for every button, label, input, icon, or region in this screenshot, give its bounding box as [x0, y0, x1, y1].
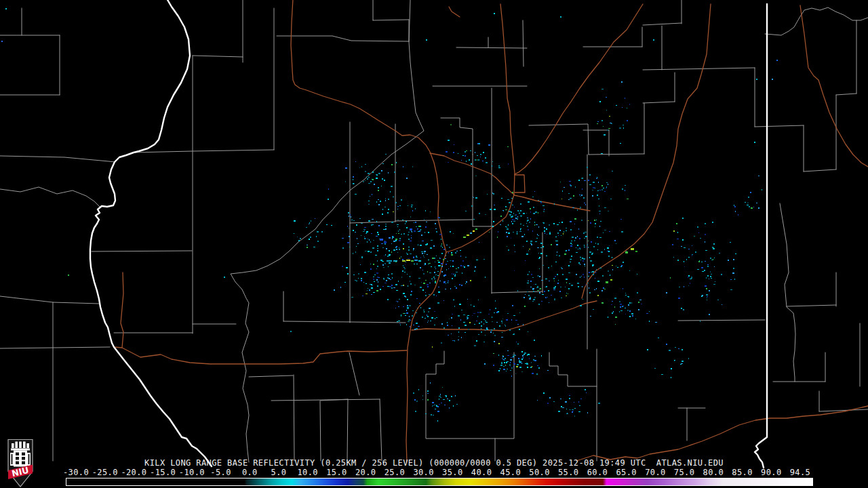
highway-line — [515, 175, 525, 192]
scale-label: 35.0 — [442, 468, 463, 477]
state-border-line — [90, 0, 212, 466]
county-boundary-line — [836, 94, 856, 95]
county-boundary-line — [231, 0, 424, 462]
highway-line — [800, 5, 868, 167]
scale-label: 45.0 — [500, 468, 521, 477]
county-boundary-line — [283, 321, 350, 322]
scale-label: 15.0 — [326, 468, 347, 477]
highway-line — [514, 195, 590, 211]
scale-label: 55.0 — [558, 468, 579, 477]
county-boundary-line — [787, 305, 836, 306]
scale-label: 70.0 — [645, 468, 666, 477]
scale-label: 5.0 — [271, 468, 287, 477]
radar-viewer-screenshot: KILX LONG RANGE BASE REFLECTIVITY (0.25K… — [0, 0, 868, 488]
highway-line — [121, 272, 123, 348]
county-boundary-line — [549, 352, 597, 386]
county-boundary-line — [765, 7, 868, 35]
scale-label: -15.0 — [150, 468, 176, 477]
county-boundary-line — [320, 401, 321, 461]
county-boundary-line — [441, 118, 473, 155]
highway-line — [582, 4, 711, 298]
highway-line — [500, 4, 515, 195]
county-boundary-line — [134, 150, 274, 152]
scale-label: -25.0 — [92, 468, 118, 477]
county-boundary-line — [350, 222, 395, 223]
scale-label: 10.0 — [298, 468, 319, 477]
county-boundary-line — [0, 296, 99, 304]
scale-label: 40.0 — [471, 468, 492, 477]
scale-label: -10.0 — [179, 468, 205, 477]
radar-map-canvas — [0, 0, 868, 488]
scale-label: -5.0 — [210, 468, 231, 477]
scale-label: 0.0 — [242, 468, 258, 477]
highway-line — [430, 153, 514, 195]
highway-line — [291, 0, 446, 462]
highway-line — [515, 4, 643, 174]
county-boundary-line — [589, 154, 644, 155]
scale-label: 60.0 — [587, 468, 608, 477]
scale-label: 20.0 — [355, 468, 376, 477]
reflectivity-colorbar — [66, 478, 813, 486]
county-boundary-line — [643, 68, 755, 70]
scale-label: 80.0 — [703, 468, 724, 477]
highway-line — [412, 301, 597, 331]
scale-label: 65.0 — [616, 468, 637, 477]
scale-label: 90.0 — [761, 468, 782, 477]
county-boundary-line — [92, 251, 192, 251]
county-boundary-line — [643, 23, 682, 25]
county-boundary-line — [0, 156, 115, 162]
scale-label: 50.0 — [529, 468, 550, 477]
county-boundary-line — [523, 20, 524, 66]
county-boundary-line — [426, 351, 514, 439]
county-boundary-line — [643, 102, 675, 103]
county-boundary-line — [678, 320, 765, 321]
scale-label: 94.5 — [790, 468, 811, 477]
highway-line — [446, 195, 514, 252]
county-boundary-line — [0, 187, 100, 207]
scale-label: 75.0 — [674, 468, 695, 477]
county-boundary-line — [294, 375, 294, 461]
county-boundary-line — [529, 124, 589, 155]
state-border-line — [755, 4, 767, 468]
county-boundary-line — [755, 125, 804, 127]
county-boundary-line — [456, 47, 527, 48]
county-boundary-line — [350, 322, 406, 323]
county-boundary-line — [349, 352, 359, 395]
niu-logo: NIU — [6, 439, 35, 488]
highway-line — [114, 347, 407, 364]
county-boundary-line — [804, 169, 836, 171]
highway-line — [449, 7, 460, 17]
county-boundary-line — [492, 291, 542, 293]
scale-label: -20.0 — [121, 468, 146, 477]
scale-label: 25.0 — [384, 468, 406, 477]
scale-label: -30.0 — [63, 468, 89, 477]
county-boundary-line — [277, 36, 409, 41]
highway-line — [576, 406, 868, 461]
niu-castle-icon — [10, 442, 31, 467]
product-title-text: KILX LONG RANGE BASE REFLECTIVITY (0.25K… — [0, 458, 868, 468]
county-boundary-line — [380, 399, 382, 461]
county-boundary-line — [249, 375, 293, 377]
scale-label: 30.0 — [413, 468, 434, 477]
county-boundary-line — [0, 347, 110, 348]
radar-echoes — [1, 8, 778, 422]
scale-label: 85.0 — [732, 468, 753, 477]
county-boundary-line — [780, 203, 795, 382]
reflectivity-scale-labels: -30.0-25.0-20.0-15.0-10.0-5.00.05.010.01… — [0, 468, 868, 477]
county-boundary-line — [395, 220, 473, 221]
county-boundary-line — [193, 56, 243, 57]
county-boundary-line — [347, 399, 348, 461]
county-boundary-line — [373, 20, 409, 20]
